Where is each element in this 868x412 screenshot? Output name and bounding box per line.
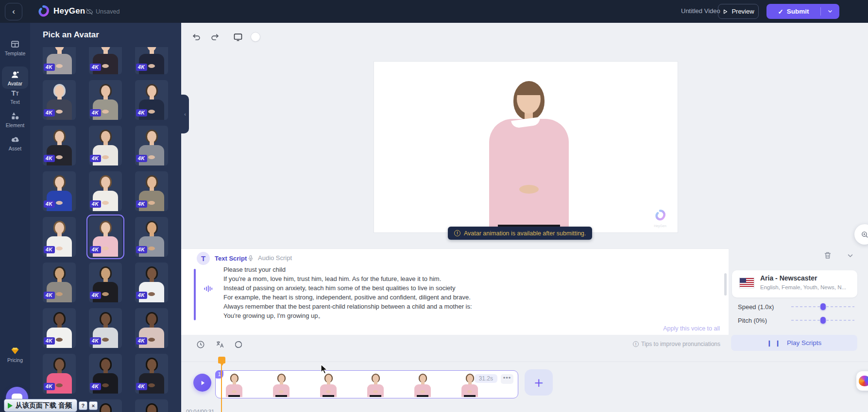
avatar-grid-viewport[interactable]: 4K 4K 4K 4K 4K 4K xyxy=(43,47,174,412)
script-text[interactable]: Please trust your child If you're a mom,… xyxy=(223,265,641,320)
avatar-thumbnail[interactable]: 4K xyxy=(43,354,76,394)
video-canvas[interactable]: HeyGen xyxy=(374,62,678,232)
heygen-watermark: HeyGen xyxy=(649,209,671,228)
back-button[interactable]: ‹ xyxy=(5,3,22,20)
text-icon: TT xyxy=(11,89,18,97)
avatar-thumbnail[interactable]: 4K xyxy=(135,308,168,348)
avatar-thumbnail[interactable]: 4K xyxy=(43,80,76,120)
undo-button[interactable] xyxy=(191,32,202,42)
avatar-thumbnail[interactable]: 4K xyxy=(135,80,168,120)
gpt-enhance-button[interactable] xyxy=(234,340,243,349)
avatar-thumbnail[interactable]: 4K xyxy=(89,263,122,302)
download-audio-extension-bar: 从该页面下载 音频 ? × xyxy=(4,399,98,412)
4k-badge: 4K xyxy=(44,200,55,208)
avatar-grid: 4K 4K 4K 4K 4K 4K xyxy=(43,47,174,412)
translate-button[interactable] xyxy=(215,340,225,349)
avatar-thumbnail[interactable]: 4K xyxy=(89,171,122,211)
4k-badge: 4K xyxy=(44,337,55,345)
avatar-thumbnail[interactable]: 4K xyxy=(43,126,76,165)
stage-avatar[interactable] xyxy=(476,81,582,232)
delete-scene-button[interactable] xyxy=(823,251,834,262)
info-icon: ! xyxy=(633,341,639,347)
avatar-thumbnail[interactable]: 4K xyxy=(135,354,168,394)
pitch-slider-thumb[interactable] xyxy=(820,317,826,324)
4k-badge: 4K xyxy=(90,64,101,71)
pitch-label: Pitch (0%) xyxy=(738,317,767,324)
element-icon xyxy=(10,111,20,121)
avatar-thumbnail[interactable]: 4K xyxy=(89,126,122,165)
waveform-icon[interactable] xyxy=(204,285,212,293)
avatar-thumbnail[interactable]: 4K xyxy=(43,308,76,348)
video-title[interactable]: Untitled Video xyxy=(681,7,720,15)
avatar-thumbnail[interactable]: 4K xyxy=(43,217,76,257)
avatar-thumbnail[interactable]: 4K xyxy=(135,217,168,257)
avatar-thumbnail-selected[interactable]: 4K xyxy=(89,217,122,257)
workspace: ‹ HeyGen ! Avatar animation is available… xyxy=(181,23,868,412)
submit-dropdown-button[interactable] xyxy=(821,8,839,15)
pause-icon: ❙ ❙ xyxy=(767,340,781,346)
zoom-in-fab[interactable] xyxy=(854,224,868,245)
speed-slider[interactable] xyxy=(791,303,854,310)
redo-button[interactable] xyxy=(209,32,220,42)
script-scrollbar[interactable] xyxy=(724,273,727,296)
download-audio-button[interactable]: 从该页面下载 音频 xyxy=(4,399,77,412)
green-play-icon xyxy=(8,403,13,409)
avatar-icon xyxy=(10,69,20,80)
clip-thumbnail xyxy=(223,372,245,397)
template-icon xyxy=(10,39,20,49)
avatar-thumbnail[interactable]: 4K xyxy=(135,47,168,74)
avatar-animation-tooltip: ! Avatar animation is available after su… xyxy=(448,227,592,240)
clip-menu-button[interactable]: ••• xyxy=(501,374,513,384)
avatar-thumbnail[interactable]: 4K xyxy=(43,47,76,74)
avatar-thumbnail[interactable]: 4K xyxy=(135,263,168,302)
submit-button[interactable]: ✓ Submit xyxy=(766,8,820,16)
avatar-thumbnail[interactable]: 4K xyxy=(43,171,76,211)
playhead-line xyxy=(221,363,222,412)
speed-slider-thumb[interactable] xyxy=(820,303,826,310)
avatar-thumbnail[interactable]: 4K xyxy=(89,354,122,394)
4k-badge: 4K xyxy=(44,155,55,162)
sidebar-item-text[interactable]: TT Text xyxy=(2,85,28,107)
avatar-thumbnail[interactable]: 4K xyxy=(135,126,168,165)
pricing-gem-icon xyxy=(10,346,20,356)
script-tools-row: ! Tips to improve pronunciations xyxy=(181,335,729,362)
avatar-thumbnail[interactable]: 4K xyxy=(135,399,168,412)
panel-collapse-button[interactable]: ‹ xyxy=(181,95,189,133)
pronunciation-tips-link[interactable]: ! Tips to improve pronunciations xyxy=(633,341,720,347)
4k-badge: 4K xyxy=(90,292,101,299)
voice-card[interactable]: Aria - Newscaster English, Female, Youth… xyxy=(732,270,857,297)
brain-icon xyxy=(859,376,868,386)
pause-duration-button[interactable] xyxy=(196,340,205,349)
avatar-thumbnail[interactable]: 4K xyxy=(43,263,76,302)
4k-badge: 4K xyxy=(136,155,147,162)
browser-extension-icon[interactable] xyxy=(856,371,868,391)
background-color-swatch[interactable] xyxy=(251,33,260,41)
4k-badge: 4K xyxy=(136,200,147,208)
sidebar-item-template[interactable]: Template xyxy=(2,36,28,59)
extension-help-button[interactable]: ? xyxy=(79,401,87,410)
play-scripts-button[interactable]: ❙ ❙ Play Scripts xyxy=(731,335,857,351)
avatar-thumbnail[interactable]: 4K xyxy=(89,308,122,348)
canvas-ratio-button[interactable] xyxy=(233,32,243,42)
avatar-picker-panel: Pick an Avatar 4K 4K 4K 4K 4K xyxy=(30,23,181,412)
clip-thumbnail xyxy=(271,372,292,397)
pitch-slider[interactable] xyxy=(791,317,854,324)
sidebar-item-pricing[interactable]: Pricing xyxy=(2,343,28,365)
sidebar-item-asset[interactable]: Asset xyxy=(2,132,28,154)
clip-thumbnail xyxy=(412,372,433,397)
avatar-thumbnail[interactable]: 4K xyxy=(135,171,168,211)
apply-voice-link[interactable]: Apply this voice to all xyxy=(663,325,720,332)
clip-number-badge: 1 xyxy=(215,370,223,379)
add-scene-button[interactable]: ＋ xyxy=(525,369,553,396)
timeline-clip[interactable]: 1 xyxy=(215,370,518,398)
timeline-play-button[interactable] xyxy=(193,374,211,392)
avatar-thumbnail[interactable]: 4K xyxy=(89,80,122,120)
extension-close-button[interactable]: × xyxy=(89,401,98,410)
sidebar-item-element[interactable]: Element xyxy=(2,108,28,131)
brand-title: HeyGen xyxy=(53,6,85,16)
tab-audio-script[interactable]: Audio Script xyxy=(247,254,292,262)
preview-button[interactable]: Preview xyxy=(718,4,759,19)
avatar-thumbnail[interactable]: 4K xyxy=(89,47,122,74)
collapse-script-button[interactable] xyxy=(845,252,855,263)
tab-text-script[interactable]: T Text Script xyxy=(197,252,247,265)
